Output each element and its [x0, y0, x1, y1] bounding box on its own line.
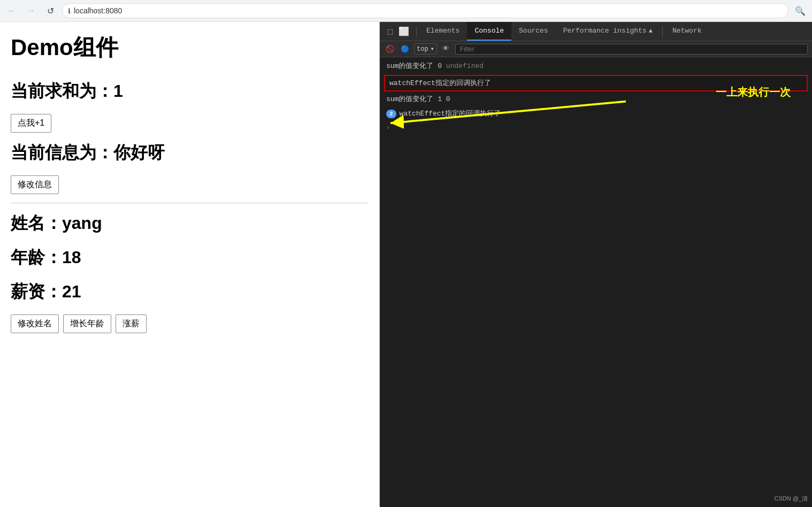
message-value: 你好呀	[113, 143, 165, 162]
reload-button[interactable]: ↺	[43, 3, 58, 18]
console-line-4: 2 watchEffect指定的回调执行了	[380, 107, 812, 121]
modify-name-button[interactable]: 修改姓名	[11, 314, 59, 333]
console-text-2: watchEffect指定的回调执行了	[389, 78, 491, 89]
name-label: 姓名：	[11, 213, 62, 233]
forward-button[interactable]: →	[24, 3, 39, 18]
console-line-2: watchEffect指定的回调执行了	[384, 75, 808, 92]
console-text-1: sum的值变化了 0 undefined	[386, 61, 484, 72]
sum-value: 1	[113, 81, 123, 101]
divider	[11, 203, 369, 203]
message-section: 当前信息为：你好呀 修改信息	[11, 141, 369, 194]
nav-bar: ← → ↺ ℹ localhost:8080 🔍	[0, 0, 812, 21]
modify-info-button[interactable]: 修改信息	[11, 175, 59, 194]
console-line-3: sum的值变化了 1 0	[380, 93, 812, 107]
browser-chrome: ← → ↺ ℹ localhost:8080 🔍	[0, 0, 812, 22]
search-button[interactable]: 🔍	[793, 3, 808, 18]
devtools-panel: ⬚ ⬜ Elements Console Sources Performance…	[380, 22, 812, 507]
filter-input[interactable]	[455, 44, 808, 55]
sum-label: 当前求和为：	[11, 81, 113, 101]
tab-console[interactable]: Console	[467, 22, 511, 41]
salary-section: 薪资：21 修改姓名 增长年龄 涨薪	[11, 280, 369, 333]
address-bar[interactable]: ℹ localhost:8080	[62, 3, 788, 18]
salary-label: 薪资：	[11, 282, 62, 301]
increase-age-button[interactable]: 增长年龄	[63, 314, 111, 333]
message-label: 当前信息为：	[11, 143, 113, 162]
action-buttons: 修改姓名 增长年龄 涨薪	[11, 314, 369, 333]
console-output: sum的值变化了 0 undefined watchEffect指定的回调执行了…	[380, 57, 812, 507]
info-icon: ℹ	[68, 7, 71, 15]
age-label: 年龄：	[11, 248, 62, 267]
tab-sources[interactable]: Sources	[511, 22, 556, 41]
tab-separator-2	[662, 26, 663, 37]
context-dropdown-icon: ▾	[431, 45, 434, 53]
device-toolbar-icon[interactable]: ⬜	[398, 26, 410, 37]
tab-network[interactable]: Network	[665, 22, 709, 41]
tab-performance-insights[interactable]: Performance insights ▲	[556, 22, 660, 41]
console-input-line: ›	[380, 121, 812, 134]
console-line-1: sum的值变化了 0 undefined	[380, 59, 812, 74]
sum-section: 当前求和为：1 点我+1	[11, 80, 369, 133]
page-content: Demo组件 当前求和为：1 点我+1 当前信息为：你好呀 修改信息 姓名：ya…	[0, 22, 380, 507]
tab-separator	[416, 26, 417, 37]
devtools-toolbar: ⬚ ⬜ Elements Console Sources Performance…	[380, 22, 812, 41]
age-section: 年龄：18	[11, 246, 369, 270]
console-settings-icon[interactable]: 🔵	[399, 43, 411, 55]
repeat-badge: 2	[386, 110, 396, 119]
url-text: localhost:8080	[74, 6, 122, 15]
salary-value: 21	[62, 282, 81, 301]
console-toolbar: 🚫 🔵 top ▾ 👁	[380, 41, 812, 57]
salary-display: 薪资：21	[11, 280, 369, 304]
name-section: 姓名：yang	[11, 212, 369, 235]
page-title: Demo组件	[11, 33, 369, 63]
name-value: yang	[62, 213, 102, 233]
clear-console-icon[interactable]: 🚫	[384, 43, 396, 55]
main-area: Demo组件 当前求和为：1 点我+1 当前信息为：你好呀 修改信息 姓名：ya…	[0, 22, 812, 507]
tab-elements[interactable]: Elements	[419, 22, 467, 41]
console-text-3: sum的值变化了 1 0	[386, 94, 450, 105]
performance-icon: ▲	[649, 27, 653, 35]
name-display: 姓名：yang	[11, 212, 369, 235]
salary-button[interactable]: 涨薪	[116, 314, 147, 333]
console-text-4: watchEffect指定的回调执行了	[400, 109, 501, 119]
eye-icon[interactable]: 👁	[440, 43, 452, 55]
watermark: CSDN @_清	[774, 495, 808, 503]
age-value: 18	[62, 248, 81, 267]
top-label: top	[417, 45, 428, 53]
context-select[interactable]: top ▾	[414, 43, 437, 55]
console-prompt-icon: ›	[386, 124, 390, 132]
inspect-element-icon[interactable]: ⬚	[384, 26, 396, 37]
back-button[interactable]: ←	[4, 3, 19, 18]
age-display: 年龄：18	[11, 246, 369, 270]
increment-button[interactable]: 点我+1	[11, 114, 51, 133]
message-display: 当前信息为：你好呀	[11, 141, 369, 165]
sum-display: 当前求和为：1	[11, 80, 369, 103]
